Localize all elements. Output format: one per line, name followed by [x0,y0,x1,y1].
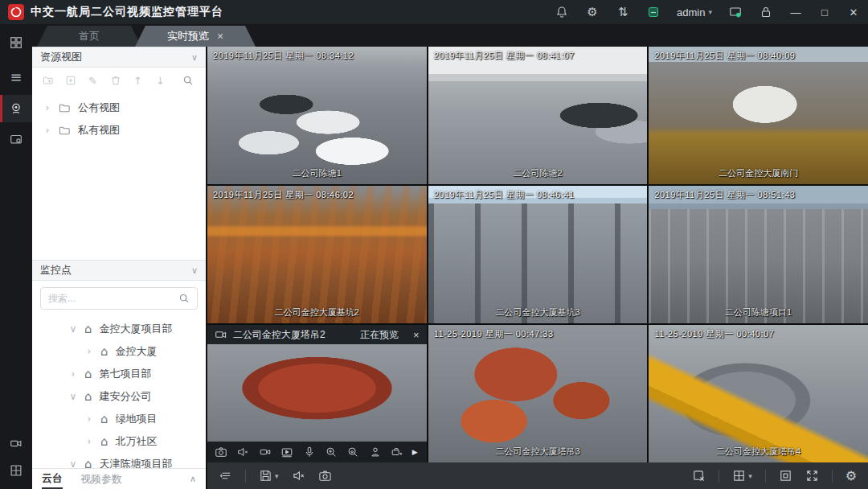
mute-all-icon[interactable] [292,469,305,483]
stop-all-streams-icon[interactable] [219,469,232,483]
tab-video-params[interactable]: 视频参数 [80,469,122,489]
expand-icon[interactable]: › [85,413,93,425]
search-input[interactable] [48,293,174,304]
tab-close-icon[interactable]: × [217,30,223,43]
tab-home[interactable]: 首页 [37,26,141,47]
osd-timestamp: 2019年11月25日 星期一 08:46:02 [213,189,354,201]
preset-position-icon[interactable] [368,445,383,459]
minimize-button[interactable]: — [789,6,802,18]
live-preview-camera-icon[interactable] [0,95,32,122]
expand-icon[interactable]: › [43,125,51,136]
settings-gear-icon[interactable]: ⚙ [585,5,600,19]
tab-live-preview[interactable]: 实时预览 × [135,26,256,47]
user-menu[interactable]: admin ▾ [677,6,712,18]
fullscreen-icon[interactable] [805,469,819,483]
tree-item-site[interactable]: ∨ ⌂ 金控大厦项目部 [32,318,206,340]
expand-icon[interactable]: › [85,346,93,357]
menu-list-icon[interactable]: ≡ [0,63,32,90]
tabbar: 首页 实时预览 × [32,24,868,47]
tree-item-private-views[interactable]: › 私有视图 [32,119,206,142]
expand-icon[interactable]: › [69,368,77,380]
close-button[interactable]: ✕ [847,6,860,18]
avatar-icon[interactable] [646,5,661,19]
tree-item-site[interactable]: › ⌂ 第七项目部 [32,363,206,385]
tree-item-label: 北万社区 [116,434,158,449]
tree-item-label: 天津陈塘项目部 [100,457,173,468]
record-icon[interactable] [258,445,272,459]
ptz-settings-icon[interactable] [390,445,404,459]
more-tools-icon[interactable]: ▶ [412,448,420,456]
instant-playback-icon[interactable] [280,445,294,459]
resource-tree: › 公有视图 › [32,93,206,142]
chevron-down-icon[interactable]: ▾ [275,472,279,480]
add-view-icon[interactable] [64,75,76,87]
snapshot-icon[interactable] [214,445,228,459]
video-cell-4[interactable]: 2019年11月25日 星期一 08:46:02 二公司金控大厦基坑2 [207,186,427,323]
edit-icon[interactable]: ✎ [87,75,99,87]
expand-icon[interactable]: ∨ [69,391,77,402]
digital-zoom-icon[interactable] [324,445,338,459]
resource-collapse-icon[interactable]: ∨ [191,52,198,63]
mute-speaker-icon[interactable] [235,445,250,459]
video-cell-9[interactable]: 11-25-2019 星期一 00:40:07 二公司金控大厦塔吊4 [649,325,868,462]
search-icon[interactable] [182,75,194,87]
osd-camera-name: 二公司金控大厦基坑2 [207,306,427,318]
chevron-down-icon[interactable]: ▾ [748,472,752,480]
expand-icon[interactable]: › [85,436,93,447]
add-folder-icon[interactable] [42,75,54,87]
notification-bell-icon[interactable] [555,5,569,19]
screen-wall-grid-icon[interactable] [0,457,32,484]
apps-grid-icon[interactable] [0,29,32,56]
expand-icon[interactable]: ∨ [69,323,77,335]
screen-layout-icon[interactable]: ▾ [732,469,752,483]
resource-view-header[interactable]: 资源视图 ∨ [32,47,206,68]
move-down-icon[interactable]: ↓ [154,75,166,87]
video-cell-7-selected[interactable]: 二公司金控大厦塔吊2 正在预览 × [207,325,427,462]
tab-live-label: 实时预览 [167,29,209,43]
video-cell-5[interactable]: 2019年11月25日 星期一 08:46:41 二公司金控大厦基坑3 [428,186,648,323]
rail-spacer [0,153,32,429]
expand-icon[interactable]: › [43,102,51,113]
maximize-button[interactable]: □ [818,6,831,18]
monitor-collapse-icon[interactable]: ∨ [191,265,198,276]
video-cell-3[interactable]: 2019年11月25日 星期一 08:40:09 二公司金控大厦南门 [649,47,868,184]
playback-folder-icon[interactable] [0,125,32,153]
video-cell-2[interactable]: 2019年11月25日 星期一 08:41:07 二公司陈塘2 [428,47,648,184]
titlebar: 中交一航局二公司视频监控管理平台 ⚙ ⇅ admin ▾ [0,0,868,24]
cell-close-icon[interactable]: × [413,329,420,341]
video-wall-camera-icon[interactable] [0,429,32,457]
video-cell-8[interactable]: 11-25-2019 星期一 00:47:33 二公司金控大厦塔吊3 [428,325,648,462]
delete-trash-icon[interactable] [109,75,121,87]
sort-updown-icon[interactable]: ⇅ [616,5,630,19]
session-status-icon[interactable] [728,5,743,19]
search-icon[interactable] [178,293,190,304]
zoom-3d-icon[interactable] [346,445,360,459]
two-way-audio-mic-icon[interactable] [302,445,317,459]
record-save-icon[interactable]: ▾ [259,469,279,483]
app-window: 中交一航局二公司视频监控管理平台 ⚙ ⇅ admin ▾ [0,0,868,489]
tab-home-label: 首页 [79,29,100,43]
osd-camera-name: 二公司陈塘2 [428,167,648,179]
expand-icon[interactable]: ∨ [69,458,77,468]
resource-toolbar: ✎ ↑ ↓ [32,68,206,93]
footer-collapse-icon[interactable]: ∧ [190,474,196,484]
tree-item-site[interactable]: › ⌂ 绿地项目 [32,408,206,430]
tree-item-site[interactable]: › ⌂ 金控大厦 [32,340,206,363]
lock-icon[interactable] [759,5,773,19]
tree-item-site[interactable]: ∨ ⌂ 建安分公司 [32,385,206,408]
video-cell-1[interactable]: 2019年11月25日 星期一 08:34:12 二公司陈塘1 [207,47,427,184]
close-all-icon[interactable] [692,469,706,483]
tree-item-site[interactable]: ∨ ⌂ 天津陈塘项目部 [32,453,206,468]
snapshot-all-icon[interactable] [318,469,332,483]
bottom-toolbar: ▾ [207,462,868,489]
tree-item-label: 金控大厦 [116,344,158,359]
home-icon: ⌂ [84,367,92,381]
video-cell-6[interactable]: 2019年11月25日 星期一 08:51:43 二公司陈塘项目1 [649,186,868,323]
monitor-points-header[interactable]: 监控点 ∨ [32,260,206,281]
tree-item-public-views[interactable]: › 公有视图 [32,97,206,119]
move-up-icon[interactable]: ↑ [132,75,144,87]
tree-item-site[interactable]: › ⌂ 北万社区 [32,430,206,453]
tab-ptz[interactable]: 云台 [42,469,63,489]
original-size-icon[interactable] [779,469,792,483]
settings-gear-icon[interactable]: ⚙ [845,468,857,483]
